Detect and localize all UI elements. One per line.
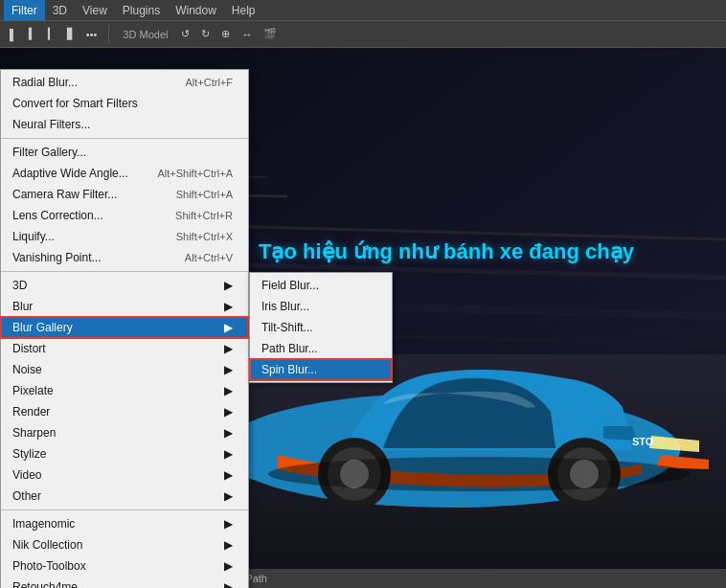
menu-nik-collection[interactable]: Nik Collection ▶ bbox=[1, 534, 248, 555]
svg-text:STO: STO bbox=[632, 436, 654, 447]
align-center-btn[interactable]: ▍ bbox=[25, 26, 40, 42]
arrow-retouch-icon: ▶ bbox=[224, 580, 233, 588]
arrow-nik-icon: ▶ bbox=[224, 538, 233, 552]
menu-vanishing-point[interactable]: Vanishing Point... Alt+Ctrl+V bbox=[1, 247, 248, 268]
toolbar-video-btn[interactable]: 🎬 bbox=[260, 26, 281, 42]
sep3 bbox=[1, 509, 248, 510]
sep1 bbox=[1, 138, 248, 139]
menu-photo-toolbox[interactable]: Photo-Toolbox ▶ bbox=[1, 555, 248, 577]
submenu-field-blur[interactable]: Field Blur... bbox=[250, 275, 392, 296]
menu-pixelate[interactable]: Pixelate ▶ bbox=[1, 380, 248, 401]
filter-menu-primary: Radial Blur... Alt+Ctrl+F Convert for Sm… bbox=[0, 69, 249, 588]
menu-noise[interactable]: Noise ▶ bbox=[1, 359, 248, 380]
submenu-spin-blur[interactable]: Spin Blur... bbox=[250, 359, 392, 380]
menu-render[interactable]: Render ▶ bbox=[1, 401, 248, 422]
arrow-video-icon: ▶ bbox=[224, 468, 233, 482]
menu-stylize[interactable]: Stylize ▶ bbox=[1, 443, 248, 464]
arrow-pixelate-icon: ▶ bbox=[224, 384, 233, 397]
menu-filter[interactable]: Filter bbox=[4, 0, 45, 21]
menu-view[interactable]: View bbox=[75, 0, 115, 21]
menu-filter-gallery[interactable]: Filter Gallery... bbox=[1, 142, 248, 163]
menu-other[interactable]: Other ▶ bbox=[1, 486, 248, 507]
submenu-iris-blur[interactable]: Iris Blur... bbox=[250, 296, 392, 317]
menu-liquify[interactable]: Liquify... Shift+Ctrl+X bbox=[1, 226, 248, 247]
menu-radial-blur[interactable]: Radial Blur... Alt+Ctrl+F bbox=[1, 72, 248, 93]
arrow-render-icon: ▶ bbox=[224, 405, 233, 418]
align-left-btn[interactable]: ▌ bbox=[6, 27, 21, 42]
menu-3d[interactable]: 3D ▶ bbox=[1, 275, 248, 296]
menu-lens-correction[interactable]: Lens Correction... Shift+Ctrl+R bbox=[1, 205, 248, 226]
submenu-path-blur[interactable]: Path Blur... bbox=[250, 338, 392, 359]
menu-imagenomic[interactable]: Imagenomic ▶ bbox=[1, 513, 248, 534]
arrow-sharpen-icon: ▶ bbox=[224, 426, 233, 440]
menu-distort[interactable]: Distort ▶ bbox=[1, 338, 248, 359]
svg-point-18 bbox=[268, 457, 690, 491]
menu-window[interactable]: Window bbox=[168, 0, 224, 21]
toolbar: ▌ ▍ ▎ ▋ ••• 3D Model ↺ ↻ ⊕ ↔ 🎬 bbox=[0, 21, 726, 48]
arrow-phototoolbox-icon: ▶ bbox=[224, 559, 233, 573]
toolbar-separator bbox=[108, 26, 109, 43]
align-justify-btn[interactable]: ▋ bbox=[63, 26, 79, 42]
arrow-imagenomic-icon: ▶ bbox=[224, 517, 233, 531]
arrow-3d-icon: ▶ bbox=[224, 279, 233, 292]
arrow-noise-icon: ▶ bbox=[224, 363, 233, 376]
toolbar-icon4[interactable]: ↔ bbox=[238, 27, 256, 42]
filter-menu-dropdown: Radial Blur... Alt+Ctrl+F Convert for Sm… bbox=[0, 69, 249, 588]
toolbar-3dmodel-label: 3D Model bbox=[117, 27, 173, 42]
sep2 bbox=[1, 271, 248, 272]
toolbar-icon1[interactable]: ↺ bbox=[177, 26, 193, 42]
align-right-btn[interactable]: ▎ bbox=[44, 26, 59, 42]
menu-retouch4me[interactable]: Retouch4me ▶ bbox=[1, 577, 248, 588]
arrow-blur-gallery-icon: ▶ bbox=[224, 321, 233, 334]
menu-help[interactable]: Help bbox=[224, 0, 263, 21]
more-options-btn[interactable]: ••• bbox=[82, 27, 102, 42]
arrow-distort-icon: ▶ bbox=[224, 342, 233, 355]
arrow-stylize-icon: ▶ bbox=[224, 447, 233, 461]
menu-video[interactable]: Video ▶ bbox=[1, 464, 248, 486]
toolbar-icon2[interactable]: ↻ bbox=[197, 26, 214, 42]
menu-sharpen[interactable]: Sharpen ▶ bbox=[1, 422, 248, 443]
menubar: Filter 3D View Plugins Window Help bbox=[0, 0, 726, 21]
menu-plugins[interactable]: Plugins bbox=[115, 0, 168, 21]
menu-convert-smart[interactable]: Convert for Smart Filters bbox=[1, 93, 248, 114]
arrow-other-icon: ▶ bbox=[224, 489, 233, 503]
menu-neural-filters[interactable]: Neural Filters... bbox=[1, 114, 248, 135]
blur-gallery-submenu: Field Blur... Iris Blur... Tilt-Shift...… bbox=[249, 272, 393, 383]
menu-blur[interactable]: Blur ▶ bbox=[1, 296, 248, 317]
menu-blur-gallery[interactable]: Blur Gallery ▶ bbox=[1, 317, 248, 338]
image-overlay-text: Tạo hiệu ứng như bánh xe đang chạy bbox=[259, 239, 634, 264]
main-area: STO Tạo hiệu ứng như bánh xe đang chạy R… bbox=[0, 48, 726, 588]
menu-adaptive-wide[interactable]: Adaptive Wide Angle... Alt+Shift+Ctrl+A bbox=[1, 163, 248, 184]
arrow-blur-icon: ▶ bbox=[224, 300, 233, 313]
menu-3d[interactable]: 3D bbox=[45, 0, 75, 21]
toolbar-icon3[interactable]: ⊕ bbox=[217, 26, 234, 42]
menu-camera-raw[interactable]: Camera Raw Filter... Shift+Ctrl+A bbox=[1, 184, 248, 205]
submenu-tilt-shift[interactable]: Tilt-Shift... bbox=[250, 317, 392, 338]
